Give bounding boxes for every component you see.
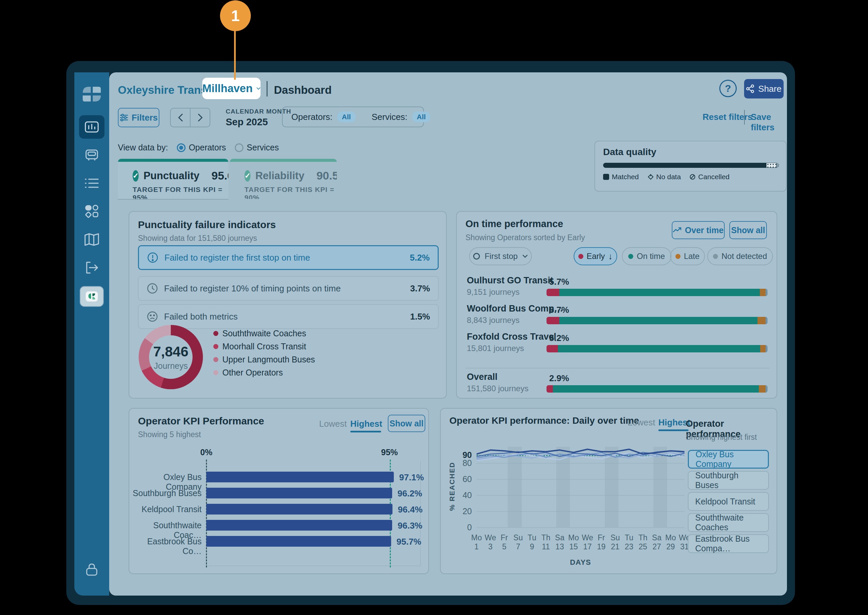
bar-value-label: 96.4% (398, 504, 422, 515)
operator-name: Woolford Bus Comp… (467, 303, 563, 314)
sidebar-item-map[interactable] (79, 228, 104, 251)
kpi-bar (206, 536, 391, 547)
kpi-bar (206, 471, 394, 482)
operator-button[interactable]: Souththwaite Coaches (688, 513, 769, 532)
bar-value-label: 97.1% (399, 472, 424, 483)
y-tick-0: 0 (467, 523, 472, 532)
reset-filters-link[interactable]: Reset filters (703, 112, 753, 122)
chevron-down-icon (257, 86, 260, 91)
sidebar-item-list[interactable] (79, 172, 104, 195)
next-month-button[interactable] (190, 109, 210, 126)
filter-pill-on-time[interactable]: On time (622, 247, 672, 265)
org-name: Oxleyshire Transit (118, 84, 213, 97)
save-filters-link[interactable]: Save filters (751, 112, 787, 133)
axis-tick-95: 95% (381, 448, 398, 457)
filter-pill-late[interactable]: Late (670, 247, 705, 265)
stop-filter-dropdown[interactable]: First stop (469, 247, 532, 265)
operator-button[interactable]: Keldpool Transit (688, 492, 769, 511)
sidebar-item-components[interactable] (79, 200, 104, 223)
sort-lowest-toggle[interactable]: Lowest (628, 417, 655, 428)
filter-pill-early[interactable]: Early↓ (573, 247, 617, 265)
show-all-button[interactable]: Show all (729, 221, 767, 239)
operator-button[interactable]: Southburgh Buses (688, 471, 769, 490)
x-tick-7: Su7 (513, 533, 523, 551)
donut-center: 7,846 Journeys (153, 344, 188, 371)
radio-operators[interactable]: Operators (177, 143, 226, 152)
axis-tick-0: 0% (200, 448, 212, 457)
bar-category-label: Keldpool Transit (129, 504, 202, 514)
data-quality-bar (603, 163, 779, 168)
help-button[interactable]: ? (719, 80, 737, 97)
callout-pointer-line (234, 30, 236, 80)
operator-panel-subtitle: Showing highest first (686, 433, 757, 442)
chevron-left-icon (178, 114, 183, 122)
data-quality-title: Data quality (603, 147, 656, 158)
sidebar-item-dashboard[interactable] (79, 115, 104, 139)
x-tick-21: Su21 (611, 533, 620, 551)
early-percentage: 5.7% (549, 305, 569, 315)
dq-segment-cancelled (776, 163, 779, 168)
region-selector[interactable]: Millhaven (202, 78, 260, 99)
x-tick-27: Sa27 (652, 533, 661, 551)
filter-summary[interactable]: Operators: All Services: All (282, 106, 424, 127)
previous-month-button[interactable] (171, 109, 190, 126)
overall-divider (466, 368, 770, 368)
tab-punctuality[interactable]: ✓ Punctuality 95.6% TARGET FOR THIS KPI … (118, 159, 228, 199)
failure-value: 3.7% (410, 283, 430, 294)
card-subtitle: Showing 5 highest (138, 430, 201, 439)
x-tick-11: Th11 (541, 533, 550, 551)
y-tick-80: 80 (463, 458, 472, 468)
data-quality-legend: MatchedNo dataCancelled (603, 173, 730, 181)
alert-circle-icon (147, 252, 158, 263)
share-button[interactable]: Share (744, 79, 784, 98)
sort-lowest-toggle[interactable]: Lowest (319, 419, 347, 429)
dq-legend-item: No data (648, 173, 681, 181)
donut-legend-item: Souththwaite Coaches (213, 327, 315, 340)
header-divider (266, 81, 268, 97)
failure-donut-chart: 7,846 Journeys (139, 325, 203, 389)
failure-value: 5.2% (410, 253, 430, 263)
services-value-badge: All (412, 112, 431, 122)
operator-name: Oulhurst GO Transit (467, 275, 553, 286)
tab-reliability[interactable]: ✓ Reliability 90.5% TARGET FOR THIS KPI … (230, 159, 337, 199)
month-pager (170, 108, 210, 127)
dq-legend-item: Matched (603, 173, 639, 181)
show-all-button[interactable]: Show all (388, 415, 425, 432)
daily-performance-card: Operator KPI performance: Daily over tim… (440, 408, 777, 574)
kpi-bar (206, 504, 393, 515)
sort-highest-toggle[interactable]: Highest (350, 419, 382, 429)
sidebar-item-vehicles[interactable] (79, 144, 104, 167)
x-tick-15: Mo15 (568, 533, 579, 551)
y-tick-20: 20 (463, 506, 472, 516)
lock-icon[interactable] (79, 558, 104, 582)
punctuality-failure-card: Punctuality failure indicators Showing d… (129, 211, 447, 399)
data-quality-panel: Data quality MatchedNo dataCancelled (594, 141, 787, 192)
x-tick-3: We3 (485, 533, 496, 551)
y-tick-40: 40 (463, 490, 472, 500)
radio-services[interactable]: Services (235, 143, 279, 152)
kpi-bar (206, 488, 392, 498)
card-title: Punctuality failure indicators (138, 219, 276, 231)
over-time-button[interactable]: Over time (672, 221, 725, 239)
donut-legend: Souththwaite CoachesMoorhall Cross Trans… (213, 327, 315, 379)
ontime-stacked-bar (547, 345, 768, 353)
failure-label: Failed both metrics (164, 312, 238, 322)
sidebar-item-sign-out[interactable] (79, 256, 104, 279)
highest-underline (350, 431, 381, 432)
operator-button[interactable]: Eastbrook Bus Compa… (688, 534, 769, 553)
early-percentage: 2.9% (549, 373, 569, 384)
filters-button[interactable]: Filters (118, 108, 159, 127)
gridline-0 (477, 527, 684, 528)
donut-legend-item: Upper Langmouth Buses (213, 353, 315, 366)
services-label: Services: (372, 112, 408, 122)
sidebar-item-app-switcher[interactable] (80, 286, 104, 307)
bar-category-label: Eastbrook Bus Co… (129, 537, 202, 556)
operators-value-badge: All (337, 112, 355, 122)
failure-indicator-row[interactable]: Failed to register the first stop on tim… (138, 245, 439, 270)
operator-name: Foxfold Cross Travel (467, 332, 556, 342)
operator-button[interactable]: Oxley Bus Company (688, 450, 769, 468)
stop-ring-icon (473, 253, 480, 260)
filter-pill-not-detected[interactable]: Not detected (707, 247, 773, 265)
operator-journeys: 151,580 journeys (467, 384, 528, 393)
failure-indicator-row[interactable]: Failed to register 10% of timing points … (138, 276, 439, 301)
